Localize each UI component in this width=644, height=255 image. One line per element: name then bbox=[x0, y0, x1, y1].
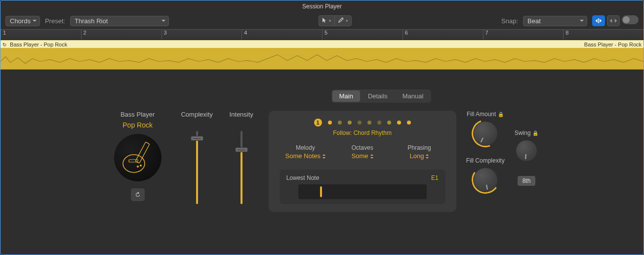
instrument-block: Bass Player Pop Rock bbox=[106, 111, 170, 201]
pattern-dot[interactable] bbox=[407, 121, 411, 125]
instrument-avatar[interactable] bbox=[114, 134, 161, 181]
phrasing-label: Phrasing bbox=[393, 144, 445, 151]
instrument-title: Bass Player bbox=[121, 111, 155, 118]
phrasing-param[interactable]: Phrasing Long bbox=[393, 144, 445, 160]
loop-icon: ↻ bbox=[2, 42, 6, 47]
pattern-dot[interactable] bbox=[377, 121, 381, 125]
reload-button[interactable] bbox=[131, 188, 145, 201]
pattern-selected-badge[interactable]: 1 bbox=[314, 119, 322, 127]
melody-value[interactable]: Some Notes bbox=[285, 152, 326, 160]
pattern-dot[interactable] bbox=[348, 121, 352, 125]
swing-label: Swing bbox=[515, 129, 531, 136]
phrasing-value[interactable]: Long bbox=[410, 152, 429, 160]
preset-label: Preset: bbox=[45, 17, 65, 25]
pattern-panel: 1 Follow: Chord Rhythm Melody Some Notes bbox=[269, 111, 456, 212]
snap-label: Snap: bbox=[501, 17, 518, 25]
swing-column: Swing 🔒 8th bbox=[515, 111, 539, 186]
svg-point-4 bbox=[137, 166, 139, 168]
lock-icon[interactable]: 🔒 bbox=[498, 112, 504, 117]
fill-amount-knob[interactable] bbox=[474, 122, 497, 145]
complexity-slider[interactable] bbox=[196, 131, 198, 204]
lowest-note-block: Lowest Note E1 bbox=[280, 170, 445, 204]
snap-select[interactable]: Beat bbox=[523, 16, 587, 26]
octaves-param[interactable]: Octaves Some bbox=[336, 144, 388, 160]
timeline-ruler[interactable]: 1 2 3 4 5 6 7 8 bbox=[0, 29, 644, 40]
bar-marker: 2 bbox=[81, 30, 161, 40]
editor-tabs: Main Details Manual bbox=[331, 89, 432, 103]
pencil-icon bbox=[338, 17, 344, 24]
instrument-preset[interactable]: Pop Rock bbox=[122, 121, 153, 129]
lowest-note-value: E1 bbox=[431, 174, 439, 181]
lowest-note-slider[interactable] bbox=[298, 184, 427, 199]
region-waveform[interactable] bbox=[0, 48, 644, 70]
melody-label: Melody bbox=[280, 144, 331, 151]
fill-knob-column: Fill Amount 🔒 Fill Complexity bbox=[466, 111, 505, 192]
intensity-slider[interactable] bbox=[241, 131, 242, 204]
pencil-tool[interactable]: ▾ bbox=[334, 15, 352, 26]
pattern-dot[interactable] bbox=[387, 121, 391, 125]
preset-select[interactable]: Thrash Riot bbox=[70, 16, 169, 26]
tab-details[interactable]: Details bbox=[361, 90, 395, 102]
reload-icon bbox=[134, 191, 141, 198]
fill-complexity-knob[interactable] bbox=[474, 168, 497, 192]
pattern-dot[interactable] bbox=[367, 121, 371, 125]
window-title: Session Player bbox=[0, 0, 644, 12]
toolbar-toggle[interactable] bbox=[622, 15, 639, 24]
octaves-value[interactable]: Some bbox=[352, 152, 373, 160]
lock-icon[interactable]: 🔒 bbox=[532, 130, 538, 136]
intensity-label: Intensity bbox=[229, 111, 253, 118]
pattern-dot[interactable] bbox=[328, 121, 332, 125]
pattern-dot[interactable] bbox=[338, 121, 342, 125]
pointer-icon bbox=[322, 17, 327, 24]
link-button[interactable] bbox=[607, 15, 620, 26]
pointer-tool[interactable]: ▾ bbox=[319, 15, 334, 26]
fill-amount-label: Fill Amount bbox=[467, 111, 496, 118]
melody-param[interactable]: Melody Some Notes bbox=[280, 144, 331, 160]
tool-segmented[interactable]: ▾ ▾ bbox=[319, 15, 352, 26]
svg-point-1 bbox=[123, 155, 145, 172]
svg-point-5 bbox=[140, 165, 142, 167]
region-name-left: Bass Player - Pop Rock bbox=[10, 42, 67, 47]
pattern-dots[interactable]: 1 bbox=[280, 119, 445, 127]
bar-marker: 5 bbox=[322, 30, 402, 40]
bar-marker: 8 bbox=[563, 30, 644, 40]
complexity-slider-column: Complexity bbox=[180, 111, 214, 204]
bar-marker: 7 bbox=[483, 30, 564, 40]
toolbar: Chords Preset: Thrash Riot ▾ ▾ Snap: Bea… bbox=[0, 12, 644, 29]
pattern-dot[interactable] bbox=[358, 121, 362, 125]
complexity-label: Complexity bbox=[181, 111, 212, 118]
octaves-label: Octaves bbox=[336, 144, 388, 151]
tab-manual[interactable]: Manual bbox=[396, 90, 431, 102]
region-name-right: Bass Player - Pop Rock bbox=[584, 42, 642, 47]
catch-playhead-button[interactable] bbox=[592, 15, 605, 26]
svg-rect-0 bbox=[598, 18, 599, 23]
bar-marker: 1 bbox=[0, 30, 81, 40]
follow-label: Follow: bbox=[333, 129, 352, 136]
swing-resolution-button[interactable]: 8th bbox=[518, 176, 536, 186]
follow-value[interactable]: Chord Rhythm bbox=[354, 129, 392, 136]
intensity-slider-column: Intensity bbox=[224, 111, 259, 204]
bar-marker: 4 bbox=[242, 30, 322, 40]
swing-knob[interactable] bbox=[516, 140, 537, 161]
bar-marker: 6 bbox=[402, 30, 483, 40]
lowest-note-label: Lowest Note bbox=[286, 174, 320, 181]
mode-select[interactable]: Chords bbox=[5, 16, 40, 26]
fill-complexity-label: Fill Complexity bbox=[466, 157, 505, 164]
tab-main[interactable]: Main bbox=[332, 90, 360, 102]
follow-row: Follow: Chord Rhythm bbox=[280, 129, 445, 136]
region-header[interactable]: ↻ Bass Player - Pop Rock Bass Player - P… bbox=[0, 40, 644, 48]
bar-marker: 3 bbox=[161, 30, 242, 40]
pattern-dot[interactable] bbox=[397, 121, 401, 125]
bass-guitar-icon bbox=[118, 138, 158, 177]
